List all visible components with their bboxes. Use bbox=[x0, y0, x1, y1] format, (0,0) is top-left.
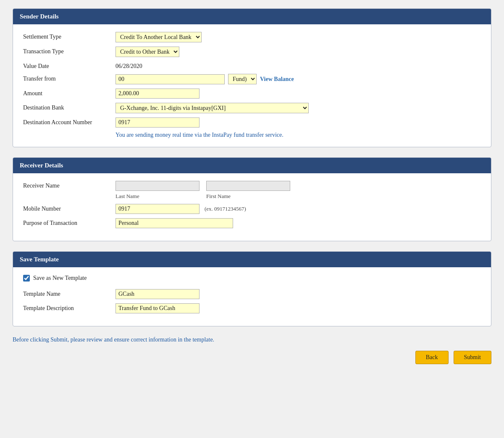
transfer-from-input[interactable] bbox=[116, 74, 225, 84]
template-name-input[interactable] bbox=[116, 289, 200, 299]
template-desc-control bbox=[116, 303, 481, 313]
fund-select[interactable]: Fund) bbox=[228, 74, 257, 84]
mobile-number-row: Mobile Number (ex. 09171234567) bbox=[23, 204, 481, 214]
destination-bank-select[interactable]: G-Xchange, Inc. 11-digits via Instapay[G… bbox=[116, 103, 309, 113]
save-template-header: Save Template bbox=[13, 252, 491, 267]
receiver-name-control: Last Name First Name bbox=[116, 181, 481, 200]
first-name-label: First Name bbox=[206, 193, 290, 200]
settlement-type-label: Settlement Type bbox=[23, 32, 116, 40]
save-template-title: Save Template bbox=[20, 256, 59, 263]
mobile-number-label: Mobile Number bbox=[23, 204, 116, 212]
save-as-template-checkbox[interactable] bbox=[23, 275, 30, 282]
template-name-label: Template Name bbox=[23, 289, 116, 297]
sender-details-header: Sender Details bbox=[13, 9, 491, 24]
destination-bank-row: Destination Bank G-Xchange, Inc. 11-digi… bbox=[23, 103, 481, 113]
transaction-type-row: Transaction Type Credit to Other Bank bbox=[23, 47, 481, 57]
amount-input[interactable] bbox=[116, 89, 200, 99]
sender-details-title: Sender Details bbox=[20, 13, 59, 20]
template-name-control bbox=[116, 289, 481, 299]
mobile-number-input[interactable] bbox=[116, 204, 200, 214]
value-date-row: Value Date 06/28/2020 bbox=[23, 61, 481, 70]
receiver-name-inputs: Last Name First Name bbox=[116, 181, 290, 200]
template-desc-label: Template Description bbox=[23, 303, 116, 312]
destination-bank-control: G-Xchange, Inc. 11-digits via Instapay[G… bbox=[116, 103, 481, 113]
first-name-input[interactable] bbox=[206, 181, 290, 191]
purpose-input[interactable] bbox=[116, 218, 233, 228]
amount-label: Amount bbox=[23, 89, 116, 97]
transfer-from-control: Fund) View Balance bbox=[116, 74, 481, 84]
action-buttons: Back Submit bbox=[13, 351, 491, 364]
save-as-template-label: Save as New Template bbox=[33, 275, 87, 282]
sender-details-card: Sender Details Settlement Type Credit To… bbox=[13, 8, 491, 147]
purpose-row: Purpose of Transaction bbox=[23, 218, 481, 228]
save-as-template-row: Save as New Template bbox=[23, 275, 481, 282]
sender-details-body: Settlement Type Credit To Another Local … bbox=[13, 24, 491, 147]
submit-button[interactable]: Submit bbox=[454, 351, 491, 364]
purpose-label: Purpose of Transaction bbox=[23, 218, 116, 227]
fund-select-group: Fund) View Balance bbox=[116, 74, 294, 84]
mobile-number-control: (ex. 09171234567) bbox=[116, 204, 481, 214]
receiver-details-body: Receiver Name Last Name First Name bbox=[13, 173, 491, 241]
page-wrapper: Sender Details Settlement Type Credit To… bbox=[13, 8, 491, 364]
receiver-details-card: Receiver Details Receiver Name Last Name… bbox=[13, 157, 491, 241]
first-name-group: First Name bbox=[206, 181, 290, 200]
last-name-input[interactable] bbox=[116, 181, 200, 191]
destination-account-control bbox=[116, 117, 481, 128]
value-date-value: 06/28/2020 bbox=[116, 61, 142, 70]
template-name-row: Template Name bbox=[23, 289, 481, 299]
destination-bank-label: Destination Bank bbox=[23, 103, 116, 111]
purpose-control bbox=[116, 218, 481, 228]
template-desc-input[interactable] bbox=[116, 303, 200, 313]
destination-account-label: Destination Account Number bbox=[23, 117, 116, 126]
last-name-label: Last Name bbox=[116, 193, 200, 200]
amount-row: Amount bbox=[23, 89, 481, 99]
last-name-group: Last Name bbox=[116, 181, 200, 200]
instapay-note: You are sending money real time via the … bbox=[23, 132, 481, 138]
transaction-type-select[interactable]: Credit to Other Bank bbox=[116, 47, 179, 57]
template-desc-row: Template Description bbox=[23, 303, 481, 313]
receiver-name-row: Receiver Name Last Name First Name bbox=[23, 181, 481, 200]
view-balance-link[interactable]: View Balance bbox=[260, 76, 294, 83]
save-template-card: Save Template Save as New Template Templ… bbox=[13, 251, 491, 326]
value-date-label: Value Date bbox=[23, 61, 116, 70]
receiver-name-label: Receiver Name bbox=[23, 181, 116, 189]
back-button[interactable]: Back bbox=[415, 351, 449, 364]
receiver-details-title: Receiver Details bbox=[20, 162, 63, 169]
transfer-from-row: Transfer from Fund) View Balance bbox=[23, 74, 481, 84]
value-date-control: 06/28/2020 bbox=[116, 61, 481, 70]
amount-control bbox=[116, 89, 481, 99]
bottom-note: Before clicking Submit, please review an… bbox=[13, 336, 491, 343]
mobile-example: (ex. 09171234567) bbox=[205, 206, 246, 212]
destination-account-input[interactable] bbox=[116, 117, 200, 128]
transaction-type-label: Transaction Type bbox=[23, 47, 116, 55]
transfer-from-label: Transfer from bbox=[23, 74, 116, 82]
destination-account-row: Destination Account Number bbox=[23, 117, 481, 128]
settlement-type-select[interactable]: Credit To Another Local Bank bbox=[116, 32, 202, 42]
settlement-type-row: Settlement Type Credit To Another Local … bbox=[23, 32, 481, 42]
settlement-type-control: Credit To Another Local Bank bbox=[116, 32, 481, 42]
transaction-type-control: Credit to Other Bank bbox=[116, 47, 481, 57]
receiver-details-header: Receiver Details bbox=[13, 158, 491, 173]
save-template-body: Save as New Template Template Name Templ… bbox=[13, 267, 491, 326]
